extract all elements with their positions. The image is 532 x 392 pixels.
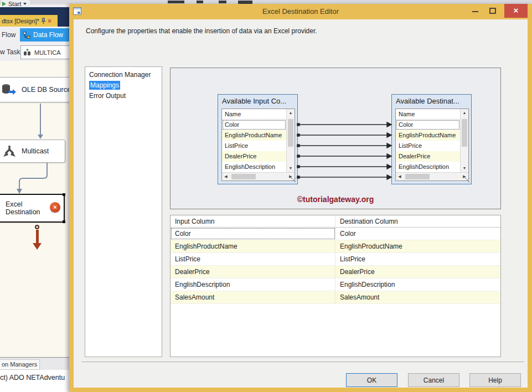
destination-column-cell[interactable]: EnglishProductName	[335, 240, 500, 252]
screen: Start dtsx [Design]* × Flow Data Flow w …	[0, 0, 532, 392]
table-row[interactable]: EnglishProductName EnglishProductName	[171, 240, 500, 253]
destination-column-cell[interactable]: Color	[335, 228, 500, 240]
nav-item-connection-manager[interactable]: Connection Manager	[85, 70, 162, 80]
minimize-button[interactable]	[472, 11, 478, 12]
tab-close-icon[interactable]: ×	[48, 18, 51, 24]
data-flow-tab-label: Data Flow	[33, 31, 63, 39]
table-row[interactable]: DealerPrice DealerPrice	[171, 266, 500, 278]
destination-column-cell[interactable]: ListPrice	[335, 253, 500, 265]
control-flow-tab-label[interactable]: Flow	[2, 31, 16, 39]
maximize-button[interactable]	[489, 8, 496, 14]
input-column-cell[interactable]: ListPrice	[171, 253, 335, 265]
input-column-cell[interactable]: EnglishProductName	[171, 240, 335, 252]
component-label: Excel Destination	[6, 200, 40, 216]
document-tab-label: dtsx [Design]*	[2, 18, 39, 24]
task-combo-value: MULTICA	[34, 49, 60, 56]
nav-item-mappings[interactable]: Mappings	[85, 80, 162, 91]
selection-handle[interactable]	[63, 193, 65, 196]
destination-column-cell[interactable]: EnglishDescription	[335, 278, 500, 291]
mapping-table: Input Column Destination Column Color Co…	[170, 215, 501, 357]
dialog-title: Excel Destination Editor	[69, 7, 532, 16]
dialog-titlebar[interactable]: Excel Destination Editor ×	[69, 4, 532, 19]
path-source-to-multicast	[40, 104, 41, 135]
destination-column-cell[interactable]: SalesAmount	[335, 291, 500, 303]
task-combo[interactable]: MULTICA	[20, 45, 74, 59]
data-flow-designer-surface[interactable]: OLE DB Source Multicast Excel Destinatio…	[0, 61, 74, 357]
button-separator	[81, 362, 524, 362]
path-arrowhead	[38, 135, 43, 139]
component-label: Multicast	[22, 147, 49, 155]
help-button[interactable]: Help	[469, 373, 521, 387]
document-tab-strip: dtsx [Design]* ×	[0, 7, 74, 27]
multicast-component[interactable]: Multicast	[0, 140, 65, 163]
connection-managers-area: ct) ADO NETAdventu	[0, 370, 74, 392]
database-source-icon	[2, 84, 16, 96]
error-output-arrowhead	[33, 243, 42, 250]
input-column-cell[interactable]: SalesAmount	[171, 291, 335, 303]
task-selector-row: w Task: MULTICA	[0, 43, 74, 61]
dialog-nav-list: Connection Manager Mappings Error Output	[85, 66, 162, 357]
toolbar-icon-fragment	[219, 1, 226, 3]
data-flow-icon	[23, 32, 30, 39]
destination-column-header: Destination Column	[335, 215, 500, 227]
path-multicast-to-excel	[0, 162, 55, 196]
dialog-description: Configure the properties that enable the…	[86, 27, 317, 35]
error-icon: ×	[50, 202, 60, 213]
table-row[interactable]: EnglishDescription EnglishDescription	[171, 278, 500, 291]
input-column-cell[interactable]: Color	[171, 228, 335, 240]
document-tab[interactable]: dtsx [Design]* ×	[0, 15, 58, 27]
start-label: Start	[8, 1, 21, 7]
dialog-body: Configure the properties that enable the…	[74, 19, 528, 388]
output-connector-origin[interactable]	[35, 225, 39, 229]
table-row[interactable]: SalesAmount SalesAmount	[171, 291, 500, 304]
close-button[interactable]: ×	[504, 4, 528, 18]
error-output-arrow[interactable]	[36, 230, 39, 244]
watermark-text: ©tutorialgateway.org	[171, 195, 500, 204]
designer-tab-row: Flow Data Flow	[0, 27, 74, 43]
ole-db-source-component[interactable]: OLE DB Source	[0, 77, 72, 102]
excel-destination-component[interactable]: Excel Destination ×	[0, 194, 65, 223]
component-label: OLE DB Source	[22, 86, 71, 94]
table-row[interactable]: ListPrice ListPrice	[171, 253, 500, 266]
ok-button[interactable]: OK	[346, 373, 397, 387]
start-button[interactable]: Start	[1, 0, 30, 7]
data-flow-tab[interactable]: Data Flow	[20, 28, 74, 42]
run-icon	[2, 2, 6, 6]
connection-managers-panel: on Managers ct) ADO NETAdventu	[0, 358, 74, 392]
mapping-arrows	[171, 68, 502, 210]
toolbar-icon-fragment	[197, 1, 203, 3]
excel-destination-editor-dialog: Excel Destination Editor × Configure the…	[69, 4, 532, 392]
destination-column-cell[interactable]: DealerPrice	[335, 266, 500, 278]
connection-managers-tab[interactable]: on Managers	[0, 359, 40, 370]
cancel-button[interactable]: Cancel	[408, 373, 459, 387]
mapping-table-header: Input Column Destination Column	[171, 215, 500, 228]
connection-manager-item[interactable]: ct) ADO NETAdventu	[0, 374, 65, 381]
task-label: w Task:	[0, 48, 22, 56]
input-column-cell[interactable]: DealerPrice	[171, 266, 335, 278]
toolbar-icon-fragment	[168, 1, 184, 3]
selection-handle[interactable]	[63, 220, 65, 223]
task-icon	[23, 49, 32, 56]
table-row[interactable]: Color Color	[171, 228, 500, 240]
input-column-cell[interactable]: EnglishDescription	[171, 278, 335, 291]
multicast-icon	[3, 145, 16, 158]
pin-icon[interactable]	[41, 18, 46, 24]
nav-item-error-output[interactable]: Error Output	[85, 91, 162, 101]
input-column-header: Input Column	[171, 215, 335, 227]
mapping-canvas: Available Input Co... Name Color English…	[170, 68, 501, 209]
chevron-down-icon	[23, 3, 27, 5]
